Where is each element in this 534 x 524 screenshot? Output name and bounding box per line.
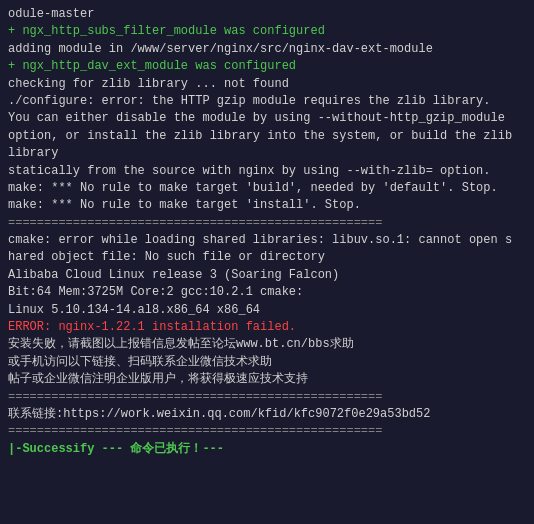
terminal-line: Linux 5.10.134-14.al8.x86_64 x86_64 — [8, 302, 526, 319]
terminal-line: library — [8, 145, 526, 162]
terminal-line: odule-master — [8, 6, 526, 23]
terminal-line: checking for zlib library ... not found — [8, 76, 526, 93]
terminal-line: |-Successify --- 命令已执行！--- — [8, 441, 526, 458]
terminal-line: statically from the source with nginx by… — [8, 163, 526, 180]
terminal-line: hared object file: No such file or direc… — [8, 249, 526, 266]
terminal-line: adding module in /www/server/nginx/src/n… — [8, 41, 526, 58]
terminal-line: 帖子或企业微信注明企业版用户，将获得极速应技术支持 — [8, 371, 526, 388]
terminal-window: odule-master+ ngx_http_subs_filter_modul… — [0, 0, 534, 524]
terminal-line: Bit:64 Mem:3725M Core:2 gcc:10.2.1 cmake… — [8, 284, 526, 301]
terminal-line: make: *** No rule to make target 'build'… — [8, 180, 526, 197]
terminal-line: + ngx_http_subs_filter_module was config… — [8, 23, 526, 40]
terminal-line: cmake: error while loading shared librar… — [8, 232, 526, 249]
terminal-line: 或手机访问以下链接、扫码联系企业微信技术求助 — [8, 354, 526, 371]
terminal-line: make: *** No rule to make target 'instal… — [8, 197, 526, 214]
terminal-line: 安装失败，请截图以上报错信息发帖至论坛www.bt.cn/bbs求助 — [8, 336, 526, 353]
terminal-line: ERROR: nginx-1.22.1 installation failed. — [8, 319, 526, 336]
terminal-line: option, or install the zlib library into… — [8, 128, 526, 145]
terminal-line: 联系链接:https://work.weixin.qq.com/kfid/kfc… — [8, 406, 526, 423]
terminal-line: ========================================… — [8, 389, 526, 406]
terminal-line: You can either disable the module by usi… — [8, 110, 526, 127]
terminal-line: + ngx_http_dav_ext_module was configured — [8, 58, 526, 75]
terminal-line: Alibaba Cloud Linux release 3 (Soaring F… — [8, 267, 526, 284]
terminal-line: ========================================… — [8, 215, 526, 232]
terminal-line: ./configure: error: the HTTP gzip module… — [8, 93, 526, 110]
terminal-line: ========================================… — [8, 423, 526, 440]
